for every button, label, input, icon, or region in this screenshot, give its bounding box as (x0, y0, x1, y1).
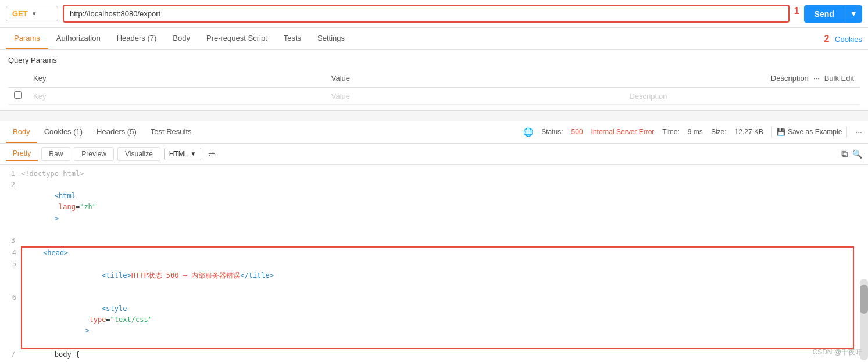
query-params-title: Query Params (8, 56, 860, 64)
method-arrow-icon: ▼ (31, 10, 37, 17)
value-header: Value (326, 69, 624, 88)
line-content-2: <html lang="zh" > (21, 180, 868, 235)
query-params-section: Query Params Key Value Description ··· B… (0, 50, 868, 110)
annotation-1: 1 (794, 6, 799, 16)
tab-tests[interactable]: Tests (276, 28, 309, 49)
line-num-5: 5 (1, 259, 22, 270)
format-type-select[interactable]: HTML ▼ (164, 148, 202, 160)
response-tab-body[interactable]: Body (6, 121, 37, 143)
visualize-button[interactable]: Visualize (117, 147, 160, 161)
desc-header: Description ··· Bulk Edit (624, 69, 860, 88)
app-container: GET ▼ 1 Send ▼ Params Authorization Head… (0, 0, 868, 362)
response-tab-cookies[interactable]: Cookies (1) (37, 121, 90, 143)
tab-authorization[interactable]: Authorization (48, 28, 109, 49)
raw-button[interactable]: Raw (41, 147, 70, 161)
table-row: Key Value Description (8, 88, 860, 105)
tab-body[interactable]: Body (165, 28, 198, 49)
code-line-7: 7 body { (0, 349, 868, 360)
line-content-4: <head> (43, 248, 853, 259)
save-icon: 💾 (777, 128, 785, 136)
params-table: Key Value Description ··· Bulk Edit Key (8, 69, 860, 105)
code-line-1: 1 <!doctype html> (0, 169, 868, 180)
save-example-button[interactable]: 💾 Save as Example (771, 126, 847, 138)
format-arrow-icon: ▼ (191, 150, 197, 157)
tab-params[interactable]: Params (6, 28, 48, 49)
size-value: 12.27 KB (735, 128, 763, 136)
code-line-4: 4 <head> (22, 248, 853, 259)
scrollbar-thumb[interactable] (860, 285, 868, 314)
send-dropdown-button[interactable]: ▼ (845, 5, 862, 23)
line-num-6: 6 (1, 292, 22, 303)
status-text: Internal Server Error (591, 128, 655, 136)
annotation-2: 2 (824, 34, 830, 44)
request-nav-tabs: Params Authorization Headers (7) Body Pr… (0, 28, 868, 50)
globe-icon: 🌐 (523, 127, 533, 137)
row-value[interactable]: Value (326, 88, 624, 105)
line-content-5: <title>HTTP状态 500 – 内部服务器错误</title> (43, 259, 853, 292)
copy-button[interactable]: ⧉ (841, 149, 848, 159)
save-example-label: Save as Example (788, 128, 842, 136)
size-label: Size: (711, 128, 727, 136)
line-content-1: <!doctype html> (21, 169, 868, 180)
line-num-2: 2 (0, 180, 21, 191)
url-input[interactable] (63, 5, 790, 23)
nav-right: 2 Cookies (824, 34, 863, 44)
section-divider (0, 110, 868, 121)
code-view-bar: Pretty Raw Preview Visualize HTML ▼ ⇌ ⧉ … (0, 144, 868, 165)
status-label: Status: (541, 128, 563, 136)
time-label: Time: (662, 128, 680, 136)
send-button-group: Send ▼ (804, 5, 862, 23)
wrap-icon[interactable]: ⇌ (208, 149, 215, 159)
search-button[interactable]: 🔍 (852, 149, 862, 159)
line-num-1: 1 (0, 169, 21, 180)
params-header-row: Key Value Description ··· Bulk Edit (8, 69, 860, 88)
tab-headers[interactable]: Headers (7) (109, 28, 165, 49)
code-area: 1 <!doctype html> 2 <html lang="zh" > 3 … (0, 165, 868, 362)
row-checkbox[interactable] (8, 88, 27, 105)
key-header: Key (27, 69, 326, 88)
tab-settings[interactable]: Settings (309, 28, 353, 49)
tab-pre-request[interactable]: Pre-request Script (198, 28, 276, 49)
code-line-3: 3 (0, 235, 868, 246)
response-tab-test-results[interactable]: Test Results (144, 121, 199, 143)
code-line-2: 2 <html lang="zh" > (0, 180, 868, 235)
more-response-options-icon[interactable]: ··· (855, 127, 862, 137)
checkbox-header (8, 69, 27, 88)
line-content-7: body { (21, 349, 868, 360)
method-label: GET (12, 9, 28, 18)
row-key[interactable]: Key (27, 88, 326, 105)
line-content-6: <style type="text/css" > (43, 292, 853, 348)
code-actions: ⧉ 🔍 (841, 149, 862, 159)
line-num-3: 3 (0, 235, 21, 246)
time-value: 9 ms (688, 128, 703, 136)
description-label: Description (771, 74, 809, 83)
response-tab-headers[interactable]: Headers (5) (90, 121, 144, 143)
pretty-button[interactable]: Pretty (6, 147, 38, 161)
line-num-7: 7 (0, 349, 21, 360)
response-tabs-bar: Body Cookies (1) Headers (5) Test Result… (0, 121, 868, 144)
code-line-6: 6 <style type="text/css" > (22, 292, 853, 348)
response-meta: 🌐 Status: 500 Internal Server Error Time… (523, 126, 862, 138)
more-options-icon[interactable]: ··· (813, 74, 820, 83)
format-type-label: HTML (169, 150, 188, 158)
method-dropdown[interactable]: GET ▼ (6, 6, 58, 21)
cookies-link[interactable]: Cookies (835, 35, 862, 44)
code-line-5: 5 <title>HTTP状态 500 – 内部服务器错误</title> (22, 259, 853, 292)
bulk-edit-button[interactable]: Bulk Edit (824, 74, 854, 83)
line-num-4: 4 (1, 248, 22, 259)
request-bar: GET ▼ 1 Send ▼ (0, 0, 868, 28)
send-button[interactable]: Send (804, 5, 845, 23)
preview-button[interactable]: Preview (74, 147, 114, 161)
watermark: CSDN @千夜吁 (812, 347, 862, 357)
highlight-box: 3 4 <head> 5 <title>HTTP状态 500 – 内部服务器错误… (21, 246, 854, 349)
row-desc[interactable]: Description (624, 88, 860, 105)
status-code: 500 (571, 128, 583, 136)
